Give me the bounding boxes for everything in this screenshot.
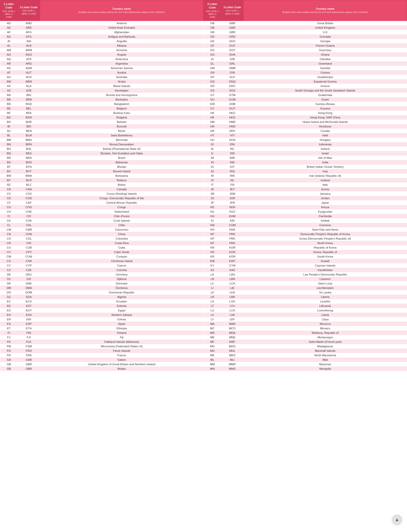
three-letter-cell: GBR	[18, 366, 40, 371]
country-name-cell: Belize	[40, 182, 204, 187]
two-letter-cell: JP	[204, 200, 221, 205]
two-letter-cell: CX	[0, 259, 18, 263]
table-row: HTHTIHaiti	[204, 133, 407, 138]
three-letter-cell: ITA	[221, 182, 244, 187]
table-row: EEESTEstonia	[0, 304, 204, 308]
left-table-body: ADANDAndorraAEAREUnited Arab EmiratesAFA…	[0, 21, 204, 371]
country-name-cell: Aruba	[40, 79, 204, 84]
two-letter-cell: DZ	[0, 295, 18, 299]
table-row: LBLBNLebanon	[204, 277, 407, 281]
two-letter-cell: GE	[204, 39, 221, 43]
table-row: CYCYPCyprus	[0, 263, 204, 268]
country-name-cell: Curaçao	[40, 254, 204, 259]
three-letter-cell: BLZ	[18, 182, 40, 187]
country-name-cell: Armenia	[40, 48, 204, 52]
three-letter-cell: ARG	[18, 61, 40, 66]
table-row: BMBMUBermuda	[0, 138, 204, 142]
country-name-cell: Angola	[40, 52, 204, 57]
table-row: DKDNKDenmark	[0, 281, 204, 286]
two-letter-cell: KW	[204, 259, 221, 263]
two-letter-cell: AZ	[0, 88, 18, 93]
two-letter-cell: ER	[0, 317, 18, 322]
three-letter-cell: DJI	[18, 277, 40, 281]
two-letter-cell: GP	[204, 75, 221, 79]
two-letter-cell: BN	[0, 142, 18, 147]
country-name-cell: Guam	[244, 97, 407, 102]
two-letter-cell: AS	[0, 66, 18, 70]
two-letter-cell: GG	[204, 48, 221, 52]
three-letter-cell: CXR	[18, 259, 40, 263]
table-row: BJBENBenin	[0, 129, 204, 133]
two-letter-cell: HK	[204, 115, 221, 120]
country-name-cell: Great Britain	[244, 21, 407, 25]
country-name-cell: Korea, Republic of	[244, 250, 407, 254]
table-row: GEGEOGeorgia	[204, 39, 407, 43]
table-row: BZBLZBelize	[0, 182, 204, 187]
table-row: MCMCOMonaco	[204, 326, 407, 331]
three-letter-cell: CYM	[221, 263, 244, 268]
three-letter-cell: AND	[18, 21, 40, 25]
three-letter-cell: CIV	[18, 214, 40, 218]
two-letter-cell: LV	[204, 313, 221, 317]
two-letter-cell: BB	[0, 97, 18, 102]
table-row: GGGGYGuernsey	[204, 48, 407, 52]
right-col2-header: 2 Letter Code (ISO 3166–1 alpha–2 code)	[204, 0, 221, 21]
three-letter-cell: MAF	[221, 340, 244, 344]
country-name-cell: Central African Republic	[40, 200, 204, 205]
table-row: IOIOTBritish Indian Ocean Territory	[204, 165, 407, 169]
country-name-cell: Democratic People's Republic of Korea	[244, 232, 407, 236]
country-name-cell: Fiji	[40, 335, 204, 340]
table-row: KYCYMCayman Islands	[204, 263, 407, 268]
country-name-cell: Austria	[40, 70, 204, 75]
three-letter-cell: BTN	[18, 165, 40, 169]
table-row: GLGRLGreenland	[204, 61, 407, 66]
three-letter-cell: CHN	[18, 232, 40, 236]
country-name-cell: Liberia	[244, 295, 407, 299]
country-name-cell: Madagascar	[244, 344, 407, 349]
three-letter-cell: BEN	[18, 129, 40, 133]
country-name-cell: South Korea	[244, 254, 407, 259]
three-letter-cell: CUB	[18, 245, 40, 250]
three-letter-cell: CZE	[18, 268, 40, 272]
two-letter-cell: HM	[204, 120, 221, 124]
two-letter-cell: BY	[0, 178, 18, 182]
three-letter-cell: MNG	[221, 366, 244, 371]
country-name-cell: Honduras	[244, 124, 407, 129]
country-name-cell: Albania	[40, 43, 204, 48]
three-letter-cell: GGY	[221, 48, 244, 52]
three-letter-cell: MKD	[221, 353, 244, 357]
country-name-cell: Israel	[244, 151, 407, 156]
country-name-cell: Republic of Korea	[244, 245, 407, 250]
three-letter-cell: GIB	[221, 57, 244, 61]
table-row: KEKENKenya	[204, 205, 407, 209]
two-letter-cell: BW	[0, 174, 18, 178]
country-name-cell: Czechia	[40, 268, 204, 272]
country-name-cell: Japan	[244, 200, 407, 205]
three-letter-cell: CHE	[18, 209, 40, 214]
three-letter-cell: GNB	[221, 102, 244, 106]
country-name-cell: Western Sahara	[40, 313, 204, 317]
country-name-cell: Morocco	[244, 322, 407, 326]
two-letter-cell: LS	[204, 299, 221, 304]
three-letter-cell: COM	[221, 223, 244, 227]
country-name-cell: Afghanistan	[40, 30, 204, 34]
table-row: KGKGZKyrgyzstan	[204, 209, 407, 214]
two-letter-cell: BE	[0, 106, 18, 111]
three-letter-cell: ABW	[18, 79, 40, 84]
two-letter-cell: IE	[204, 147, 221, 151]
three-letter-cell: GRL	[221, 61, 244, 66]
two-letter-cell: AX	[0, 84, 18, 88]
table-row: CACANCanada	[0, 187, 204, 191]
two-letter-cell: ID	[204, 142, 221, 147]
country-name-cell: Kenya	[244, 205, 407, 209]
three-letter-cell: BIH	[18, 93, 40, 97]
table-row: EGEGYEgypt	[0, 308, 204, 313]
table-row: GRGRCGreece	[204, 84, 407, 88]
three-letter-cell: GLP	[221, 75, 244, 79]
table-row: BOBOLBolivia (Plurinational State of)	[0, 147, 204, 151]
two-letter-cell: BG	[0, 115, 18, 120]
three-letter-cell: GBR	[18, 362, 40, 366]
country-name-cell: Antigua and Barbuda	[40, 34, 204, 39]
left-table-wrapper: 2 Letter Code (ISO 3166–1 alpha–2 code) …	[0, 0, 204, 371]
three-letter-cell: FLK	[18, 340, 40, 344]
